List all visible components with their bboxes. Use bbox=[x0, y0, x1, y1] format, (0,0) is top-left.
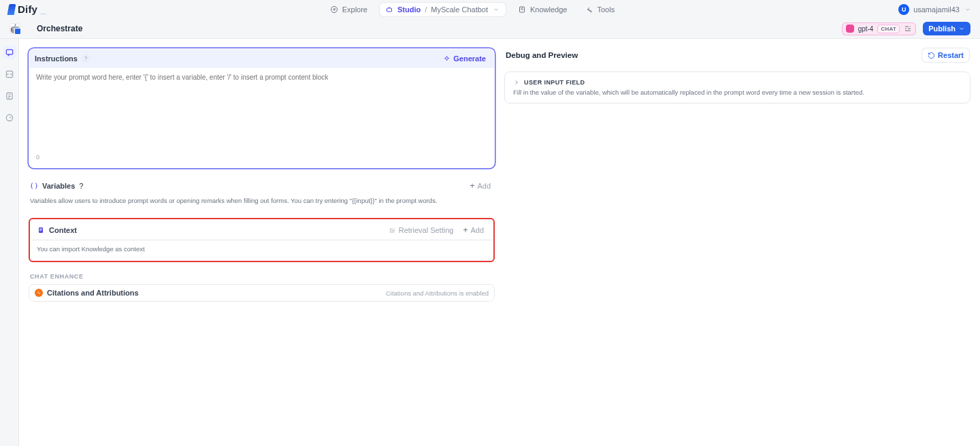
braces-icon bbox=[30, 182, 38, 190]
model-badge: CHAT bbox=[877, 25, 900, 33]
robot-icon bbox=[385, 5, 393, 14]
sparkle-icon bbox=[443, 55, 451, 63]
user-input-heading: USER INPUT FIELD bbox=[524, 79, 585, 86]
variables-section: Variables ? + Add Variables allow users … bbox=[29, 178, 495, 208]
document-icon bbox=[37, 226, 45, 234]
variables-add-label: Add bbox=[477, 182, 491, 190]
help-icon[interactable]: ? bbox=[79, 182, 83, 190]
rail-item-overview[interactable] bbox=[3, 111, 16, 125]
context-add-button[interactable]: + Add bbox=[460, 225, 487, 236]
brand-logo-icon bbox=[7, 4, 16, 15]
sliders-icon bbox=[904, 25, 912, 33]
restart-button[interactable]: Restart bbox=[922, 48, 969, 62]
citations-status: Citations and Attributions is enabled bbox=[386, 289, 489, 297]
svg-rect-1 bbox=[387, 8, 391, 12]
citations-label: Citations and Attributions bbox=[47, 289, 139, 297]
context-add-label: Add bbox=[470, 226, 484, 234]
retrieval-setting-button[interactable]: Retrieval Setting bbox=[386, 225, 457, 236]
model-brand-icon bbox=[846, 25, 854, 33]
attribution-icon bbox=[35, 289, 43, 297]
context-desc: You can import Knowledge as context bbox=[37, 245, 145, 253]
rail-item-logs[interactable] bbox=[3, 89, 16, 103]
char-counter: 0 bbox=[35, 154, 489, 161]
variables-label: Variables bbox=[42, 182, 75, 190]
chevron-down-icon bbox=[492, 5, 500, 14]
svg-point-0 bbox=[331, 6, 337, 12]
variables-add-button[interactable]: + Add bbox=[467, 180, 493, 191]
nav-tools-label: Tools bbox=[597, 5, 615, 14]
brand-name: Dify bbox=[18, 3, 37, 15]
wrench-icon bbox=[585, 5, 593, 14]
publish-label: Publish bbox=[928, 25, 956, 33]
nav-explore[interactable]: Explore bbox=[325, 3, 373, 16]
context-card: Context Retrieval Setting + Add You can … bbox=[31, 221, 492, 259]
instructions-label: Instructions bbox=[35, 54, 78, 63]
nav-knowledge[interactable]: Knowledge bbox=[512, 3, 572, 16]
nav-knowledge-label: Knowledge bbox=[530, 5, 567, 14]
svg-rect-8 bbox=[39, 229, 42, 229]
left-rail bbox=[0, 39, 19, 446]
context-highlight: Context Retrieval Setting + Add You can … bbox=[29, 218, 495, 262]
brand-cursor-icon: _ bbox=[40, 3, 46, 15]
user-input-card[interactable]: USER INPUT FIELD Fill in the value of th… bbox=[504, 71, 970, 103]
app-icon: 🤖 bbox=[10, 23, 20, 34]
citations-card[interactable]: Citations and Attributions Citations and… bbox=[29, 284, 495, 302]
preview-title: Debug and Preview bbox=[506, 51, 578, 59]
svg-rect-9 bbox=[39, 229, 42, 230]
refresh-icon bbox=[928, 52, 935, 59]
generate-label: Generate bbox=[453, 54, 486, 63]
instructions-card: Instructions ? Generate 0 bbox=[29, 48, 495, 168]
page-title: Orchestrate bbox=[27, 24, 82, 33]
user-avatar[interactable]: U bbox=[898, 4, 909, 15]
chevron-down-icon bbox=[958, 25, 965, 32]
svg-rect-3 bbox=[6, 50, 12, 54]
rail-item-chat[interactable] bbox=[3, 46, 16, 59]
nav-explore-label: Explore bbox=[342, 5, 368, 14]
sliders-icon bbox=[389, 227, 396, 234]
restart-label: Restart bbox=[938, 51, 964, 59]
model-name: gpt-4 bbox=[858, 25, 874, 33]
help-icon[interactable]: ? bbox=[82, 54, 90, 63]
chat-enhance-section: CHAT ENHANCE Citations and Attributions … bbox=[29, 272, 495, 302]
compass-icon bbox=[330, 5, 338, 14]
chevron-right-icon bbox=[513, 79, 520, 86]
user-initial: U bbox=[902, 6, 906, 13]
user-input-desc: Fill in the value of the variable, which… bbox=[513, 89, 962, 96]
context-label: Context bbox=[49, 226, 77, 234]
svg-rect-7 bbox=[39, 227, 43, 233]
retrieval-setting-label: Retrieval Setting bbox=[399, 226, 454, 234]
publish-button[interactable]: Publish bbox=[923, 22, 970, 35]
instructions-input[interactable] bbox=[35, 72, 489, 153]
rail-item-api[interactable] bbox=[3, 67, 16, 81]
chevron-down-icon[interactable] bbox=[964, 5, 972, 14]
nav-studio[interactable]: Studio / MyScale Chatbot bbox=[380, 3, 506, 16]
user-name: usamajamil43 bbox=[913, 5, 960, 14]
generate-button[interactable]: Generate bbox=[440, 53, 489, 64]
chat-enhance-heading: CHAT ENHANCE bbox=[29, 272, 495, 281]
model-selector[interactable]: gpt-4 CHAT bbox=[842, 22, 917, 35]
svg-rect-10 bbox=[39, 231, 42, 232]
nav-studio-label: Studio bbox=[397, 5, 421, 14]
brand: Dify_ bbox=[8, 3, 46, 15]
nav-chatbot-name: MyScale Chatbot bbox=[431, 5, 488, 14]
nav-tools[interactable]: Tools bbox=[579, 3, 620, 16]
book-icon bbox=[518, 5, 526, 14]
variables-desc: Variables allow users to introduce promp… bbox=[29, 194, 495, 208]
